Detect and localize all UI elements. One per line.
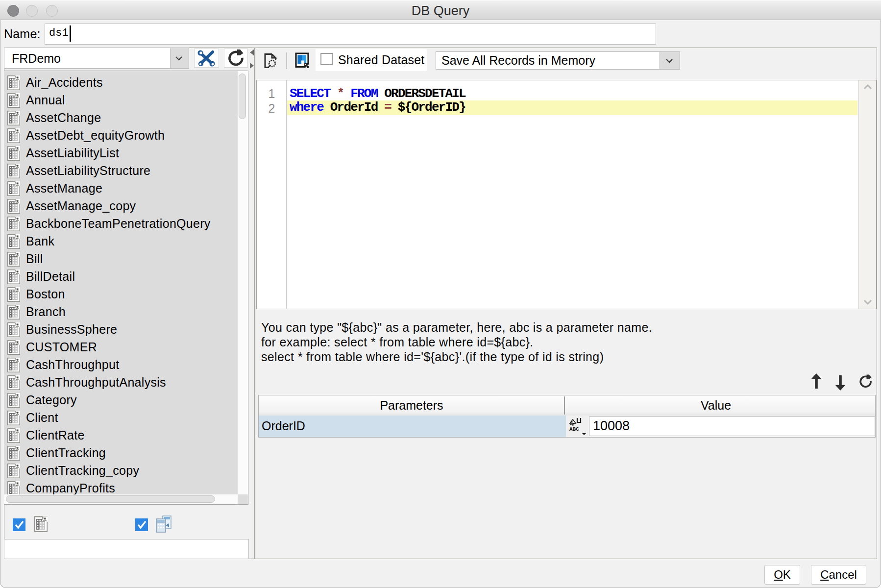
svg-text:ABC: ABC [569, 426, 579, 432]
